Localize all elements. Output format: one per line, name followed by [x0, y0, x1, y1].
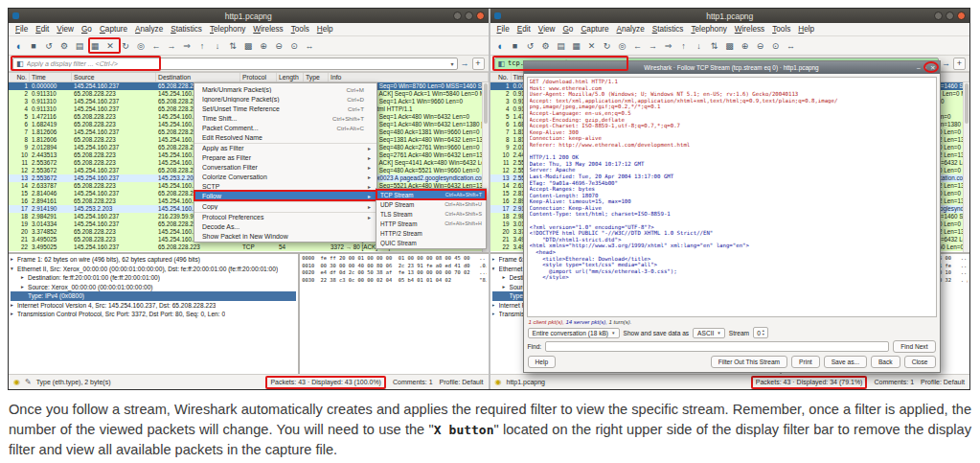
minimize-button[interactable]	[453, 12, 462, 20]
zoom-out-icon[interactable]: ⊖	[754, 39, 767, 53]
find-packet-icon[interactable]: ◎	[616, 39, 629, 53]
expert-info-icon[interactable]: ◉	[495, 378, 502, 386]
detail-row[interactable]: ▸ Destination: fe:ff:20:00:01:00 (fe:ff:…	[11, 273, 296, 283]
menu-item[interactable]: Wireless	[731, 25, 768, 34]
reload-file-icon[interactable]: ↻	[601, 39, 614, 53]
filter-add-icon[interactable]: +	[472, 58, 485, 70]
menu-item[interactable]: Edit	[513, 25, 535, 34]
auto-scroll-icon[interactable]: ⇅	[226, 39, 239, 53]
expand-arrow-icon[interactable]: ▸	[21, 273, 28, 283]
context-menu-item[interactable]: Apply as Filter ▸	[194, 143, 376, 152]
show-as-select[interactable]: ASCII ▾	[693, 328, 725, 338]
zoom-reset-icon[interactable]: ⊙	[769, 39, 783, 53]
filter-dropdown-icon[interactable]: ▾	[450, 60, 453, 67]
menu-item[interactable]: Statistics	[649, 25, 688, 34]
scrollbar-thumb[interactable]	[965, 83, 969, 124]
menu-item[interactable]: File	[493, 25, 513, 34]
detail-row[interactable]: ▸ Source: Xerox_00:00:00 (00:00:01:00:00…	[11, 283, 296, 292]
expert-info-icon[interactable]: ◉	[13, 378, 20, 386]
menu-item[interactable]: Go	[78, 25, 96, 34]
capture-comment-icon[interactable]: ✎	[25, 378, 32, 386]
detail-row[interactable]: ▾ Ethernet II, Src: Xerox_00:00:00 (00:0…	[11, 265, 296, 274]
stream-number-spinner[interactable]: 0 ▴▾	[753, 327, 768, 338]
capture-options-icon[interactable]: ⚙	[539, 39, 553, 53]
expand-arrow-icon[interactable]: ▸	[11, 255, 17, 265]
menu-item[interactable]: Help	[313, 25, 337, 34]
open-file-icon[interactable]: ▤	[73, 39, 86, 53]
resize-columns-icon[interactable]: ↔	[785, 39, 798, 53]
close-button[interactable]	[957, 12, 966, 20]
expand-arrow-icon[interactable]: ▸	[492, 310, 499, 319]
expand-arrow-icon[interactable]: ▸	[11, 301, 17, 311]
expand-arrow-icon[interactable]	[21, 291, 28, 301]
last-packet-icon[interactable]: ↓	[693, 39, 706, 53]
auto-scroll-icon[interactable]: ⇅	[708, 39, 721, 53]
menu-item[interactable]: Edit	[32, 25, 53, 34]
zoom-out-icon[interactable]: ⊖	[272, 39, 285, 53]
first-packet-icon[interactable]: ↑	[195, 39, 209, 53]
expand-arrow-icon[interactable]: ▾	[492, 265, 499, 274]
conversation-select[interactable]: Entire conversation (18 kB) ▾	[528, 328, 620, 338]
maximize-button[interactable]	[946, 12, 954, 20]
column-header-destination[interactable]: Destination	[156, 73, 240, 81]
expand-arrow-icon[interactable]: ▾	[11, 265, 17, 274]
context-menu-item[interactable]: Mark/Unmark Packet(s) Ctrl+M	[194, 84, 376, 94]
window-titlebar-right[interactable]: http1.pcapng	[490, 9, 970, 23]
spinner-arrows-icon[interactable]: ▴▾	[763, 329, 764, 336]
follow-submenu-item[interactable]: HTTP/2 Stream	[376, 228, 486, 238]
context-menu-item[interactable]: Protocol Preferences ▸	[194, 212, 376, 221]
find-input[interactable]	[545, 341, 889, 352]
packet-list-scrollbar[interactable]	[963, 82, 969, 252]
dialog-titlebar[interactable]: Wireshark · Follow TCP Stream (tcp.strea…	[524, 61, 940, 74]
detail-row[interactable]: ▸ Transmission Control Protocol, Src Por…	[11, 310, 296, 319]
close-file-icon[interactable]: ✕	[585, 39, 599, 53]
expand-arrow-icon[interactable]: ▸	[11, 310, 17, 319]
wireshark-fin-icon[interactable]: ◖	[493, 39, 507, 53]
profile-text[interactable]: Profile: Default	[440, 379, 484, 385]
stop-capture-icon[interactable]: ■	[509, 39, 522, 53]
menu-item[interactable]: Telephony	[687, 25, 730, 34]
filter-apply-icon[interactable]: →	[942, 58, 950, 68]
zoom-in-icon[interactable]: ⊕	[739, 39, 752, 53]
column-header-no[interactable]: No.	[9, 73, 30, 81]
zoom-in-icon[interactable]: ⊕	[257, 39, 270, 53]
menu-item[interactable]: File	[11, 25, 32, 34]
back-button[interactable]: Back	[871, 356, 900, 368]
close-button[interactable]: Close	[904, 356, 936, 368]
menu-item[interactable]: Wireless	[249, 25, 286, 34]
go-to-packet-icon[interactable]: ⇒	[662, 39, 675, 53]
column-header-info[interactable]: Info	[329, 73, 489, 81]
go-back-icon[interactable]: ←	[631, 39, 645, 53]
expand-arrow-icon[interactable]: ▸	[503, 273, 510, 283]
hex-row[interactable]: 0010 00 30 00 00 40 00 80 06 2c 23 91 fe…	[302, 263, 486, 270]
minimize-button[interactable]	[934, 12, 943, 20]
hex-row[interactable]: 0020 e4 df 0d 2c 00 50 38 af fe 13 00 00…	[302, 269, 486, 277]
expand-arrow-icon[interactable]	[503, 291, 510, 301]
menu-item[interactable]: Statistics	[167, 25, 206, 34]
column-header-protocol[interactable]: Protocol	[240, 73, 277, 81]
column-header-time[interactable]: Time	[30, 73, 72, 81]
follow-submenu-item[interactable]: QUIC Stream	[376, 238, 486, 247]
open-file-icon[interactable]: ▤	[555, 39, 568, 53]
save-file-icon[interactable]: ▦	[570, 39, 583, 53]
context-menu-item[interactable]: Edit Resolved Name	[194, 132, 376, 142]
follow-submenu-item[interactable]: TLS Stream Ctrl+Alt+Shift+S	[376, 209, 486, 219]
context-menu-item[interactable]: Follow ▸	[194, 191, 376, 200]
column-header-type[interactable]: Type	[304, 73, 329, 81]
column-header-no[interactable]: No.	[490, 73, 512, 81]
reload-file-icon[interactable]: ↻	[119, 39, 132, 53]
menu-item[interactable]: Capture	[577, 25, 612, 34]
menu-item[interactable]: Telephony	[206, 25, 249, 34]
menu-item[interactable]: Analyze	[131, 25, 167, 34]
find-packet-icon[interactable]: ◎	[134, 39, 148, 53]
colorize-icon[interactable]: ▩	[723, 39, 737, 53]
colorize-icon[interactable]: ▩	[241, 39, 255, 53]
expand-arrow-icon[interactable]: ▸	[503, 283, 510, 292]
go-back-icon[interactable]: ←	[149, 39, 163, 53]
profile-text[interactable]: Profile: Default	[921, 379, 965, 385]
context-menu-item[interactable]: Time Shift... Ctrl+Shift+T	[194, 113, 376, 123]
go-forward-icon[interactable]: →	[165, 39, 178, 53]
column-header-source[interactable]: Source	[72, 73, 156, 81]
context-menu-item[interactable]: Prepare as Filter ▸	[194, 152, 376, 162]
close-button[interactable]	[476, 12, 485, 20]
